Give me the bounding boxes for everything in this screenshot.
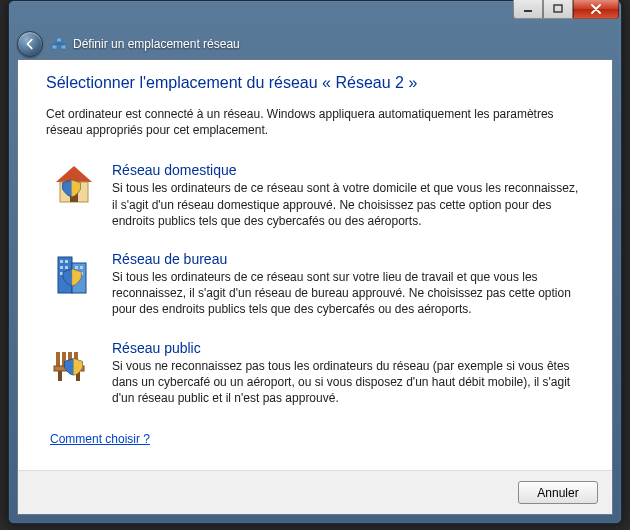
option-public-title: Réseau public bbox=[112, 340, 580, 356]
svg-rect-11 bbox=[65, 260, 68, 263]
svg-rect-10 bbox=[60, 260, 63, 263]
window-controls bbox=[513, 0, 619, 19]
bench-icon bbox=[50, 340, 98, 407]
back-button[interactable] bbox=[17, 31, 43, 57]
content-pane: Sélectionner l'emplacement du réseau « R… bbox=[17, 59, 613, 515]
cancel-button[interactable]: Annuler bbox=[518, 481, 598, 504]
svg-rect-1 bbox=[554, 5, 562, 12]
wizard-window: Définir un emplacement réseau Sélectionn… bbox=[8, 0, 622, 524]
svg-rect-0 bbox=[524, 10, 532, 12]
option-home-desc: Si tous les ordinateurs de ce réseau son… bbox=[112, 180, 580, 229]
svg-rect-20 bbox=[56, 352, 60, 366]
option-work-network[interactable]: Réseau de bureau Si tous les ordinateurs… bbox=[46, 245, 584, 334]
svg-rect-16 bbox=[75, 266, 78, 269]
svg-rect-25 bbox=[58, 371, 62, 381]
option-home-network[interactable]: Réseau domestique Si tous les ordinateur… bbox=[46, 156, 584, 245]
svg-rect-12 bbox=[60, 266, 63, 269]
office-icon bbox=[50, 251, 98, 318]
intro-text: Cet ordinateur est connecté à un réseau.… bbox=[46, 106, 584, 138]
house-icon bbox=[50, 162, 98, 229]
wizard-title-text: Définir un emplacement réseau bbox=[73, 37, 240, 51]
option-work-text: Réseau de bureau Si tous les ordinateurs… bbox=[112, 251, 580, 318]
titlebar bbox=[9, 1, 621, 29]
option-home-text: Réseau domestique Si tous les ordinateur… bbox=[112, 162, 580, 229]
svg-rect-4 bbox=[57, 38, 62, 42]
help-link[interactable]: Comment choisir ? bbox=[50, 432, 150, 446]
option-work-desc: Si tous les ordinateurs de ce réseau son… bbox=[112, 269, 580, 318]
maximize-button[interactable] bbox=[543, 0, 573, 19]
svg-marker-5 bbox=[56, 166, 92, 182]
option-home-title: Réseau domestique bbox=[112, 162, 580, 178]
svg-rect-2 bbox=[52, 45, 57, 49]
svg-rect-3 bbox=[61, 45, 66, 49]
footer: Annuler bbox=[18, 470, 612, 514]
close-button[interactable] bbox=[573, 0, 619, 19]
option-public-desc: Si vous ne reconnaissez pas tous les ord… bbox=[112, 358, 580, 407]
svg-rect-17 bbox=[80, 266, 83, 269]
svg-rect-14 bbox=[60, 272, 63, 275]
network-icon bbox=[51, 36, 67, 52]
body: Sélectionner l'emplacement du réseau « R… bbox=[18, 60, 612, 470]
page-title: Sélectionner l'emplacement du réseau « R… bbox=[46, 74, 584, 92]
wizard-title: Définir un emplacement réseau bbox=[51, 36, 240, 52]
option-public-text: Réseau public Si vous ne reconnaissez pa… bbox=[112, 340, 580, 407]
option-public-network[interactable]: Réseau public Si vous ne reconnaissez pa… bbox=[46, 334, 584, 423]
option-work-title: Réseau de bureau bbox=[112, 251, 580, 267]
nav-row: Définir un emplacement réseau bbox=[9, 29, 621, 59]
minimize-button[interactable] bbox=[513, 0, 543, 19]
svg-rect-13 bbox=[65, 266, 68, 269]
